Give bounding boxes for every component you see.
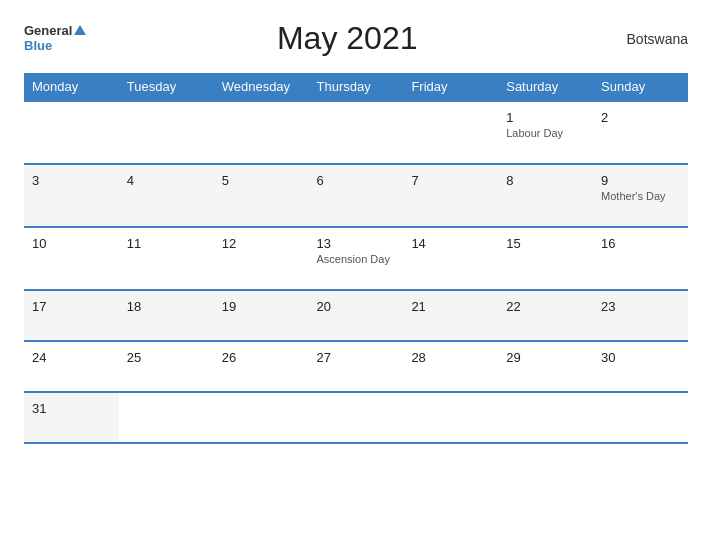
calendar-cell: 20 (309, 290, 404, 341)
calendar-week-row: 10111213Ascension Day141516 (24, 227, 688, 290)
calendar-cell: 1Labour Day (498, 101, 593, 164)
day-number: 3 (32, 173, 111, 188)
calendar-cell: 17 (24, 290, 119, 341)
day-number: 24 (32, 350, 111, 365)
day-number: 1 (506, 110, 585, 125)
day-number: 28 (411, 350, 490, 365)
day-number: 8 (506, 173, 585, 188)
calendar-cell: 28 (403, 341, 498, 392)
logo-blue-text: Blue (24, 39, 86, 53)
calendar-cell: 26 (214, 341, 309, 392)
calendar-container: General Blue May 2021 Botswana Monday Tu… (0, 0, 712, 550)
day-event: Labour Day (506, 127, 585, 139)
col-friday: Friday (403, 73, 498, 101)
day-number: 6 (317, 173, 396, 188)
calendar-cell: 6 (309, 164, 404, 227)
day-event: Ascension Day (317, 253, 396, 265)
day-number: 11 (127, 236, 206, 251)
calendar-cell: 29 (498, 341, 593, 392)
calendar-cell: 16 (593, 227, 688, 290)
calendar-cell: 11 (119, 227, 214, 290)
calendar-cell: 22 (498, 290, 593, 341)
month-title: May 2021 (86, 20, 608, 57)
day-number: 30 (601, 350, 680, 365)
calendar-cell: 23 (593, 290, 688, 341)
col-thursday: Thursday (309, 73, 404, 101)
calendar-cell (498, 392, 593, 443)
col-sunday: Sunday (593, 73, 688, 101)
day-number: 22 (506, 299, 585, 314)
day-number: 26 (222, 350, 301, 365)
calendar-cell (119, 392, 214, 443)
calendar-cell (403, 101, 498, 164)
calendar-cell (24, 101, 119, 164)
calendar-cell: 21 (403, 290, 498, 341)
day-number: 13 (317, 236, 396, 251)
calendar-cell (214, 392, 309, 443)
logo-general-text: General (24, 24, 86, 38)
calendar-cell: 5 (214, 164, 309, 227)
calendar-cell: 14 (403, 227, 498, 290)
day-number: 20 (317, 299, 396, 314)
day-number: 12 (222, 236, 301, 251)
day-number: 29 (506, 350, 585, 365)
calendar-cell: 10 (24, 227, 119, 290)
day-number: 10 (32, 236, 111, 251)
day-number: 25 (127, 350, 206, 365)
day-number: 17 (32, 299, 111, 314)
col-monday: Monday (24, 73, 119, 101)
calendar-week-row: 17181920212223 (24, 290, 688, 341)
calendar-cell: 15 (498, 227, 593, 290)
calendar-cell (593, 392, 688, 443)
logo-triangle-icon (74, 25, 86, 35)
day-number: 16 (601, 236, 680, 251)
calendar-cell: 19 (214, 290, 309, 341)
calendar-cell: 3 (24, 164, 119, 227)
day-number: 2 (601, 110, 680, 125)
calendar-cell: 2 (593, 101, 688, 164)
day-number: 31 (32, 401, 111, 416)
day-number: 5 (222, 173, 301, 188)
country-label: Botswana (608, 31, 688, 47)
day-number: 14 (411, 236, 490, 251)
calendar-table: Monday Tuesday Wednesday Thursday Friday… (24, 73, 688, 444)
calendar-cell: 25 (119, 341, 214, 392)
calendar-header-row: Monday Tuesday Wednesday Thursday Friday… (24, 73, 688, 101)
calendar-cell: 24 (24, 341, 119, 392)
col-saturday: Saturday (498, 73, 593, 101)
calendar-cell: 30 (593, 341, 688, 392)
calendar-cell: 18 (119, 290, 214, 341)
calendar-cell (214, 101, 309, 164)
calendar-week-row: 31 (24, 392, 688, 443)
calendar-week-row: 3456789Mother's Day (24, 164, 688, 227)
day-number: 27 (317, 350, 396, 365)
calendar-cell: 12 (214, 227, 309, 290)
calendar-week-row: 1Labour Day2 (24, 101, 688, 164)
calendar-cell (119, 101, 214, 164)
day-event: Mother's Day (601, 190, 680, 202)
logo: General Blue (24, 24, 86, 53)
col-wednesday: Wednesday (214, 73, 309, 101)
calendar-cell (309, 392, 404, 443)
day-number: 19 (222, 299, 301, 314)
calendar-cell: 27 (309, 341, 404, 392)
calendar-cell: 4 (119, 164, 214, 227)
day-number: 7 (411, 173, 490, 188)
day-number: 23 (601, 299, 680, 314)
calendar-cell: 8 (498, 164, 593, 227)
day-number: 18 (127, 299, 206, 314)
calendar-cell: 7 (403, 164, 498, 227)
calendar-week-row: 24252627282930 (24, 341, 688, 392)
day-number: 15 (506, 236, 585, 251)
col-tuesday: Tuesday (119, 73, 214, 101)
calendar-cell: 9Mother's Day (593, 164, 688, 227)
calendar-cell (309, 101, 404, 164)
calendar-cell: 13Ascension Day (309, 227, 404, 290)
calendar-cell (403, 392, 498, 443)
day-number: 21 (411, 299, 490, 314)
calendar-header: General Blue May 2021 Botswana (24, 20, 688, 57)
day-number: 4 (127, 173, 206, 188)
calendar-cell: 31 (24, 392, 119, 443)
day-number: 9 (601, 173, 680, 188)
